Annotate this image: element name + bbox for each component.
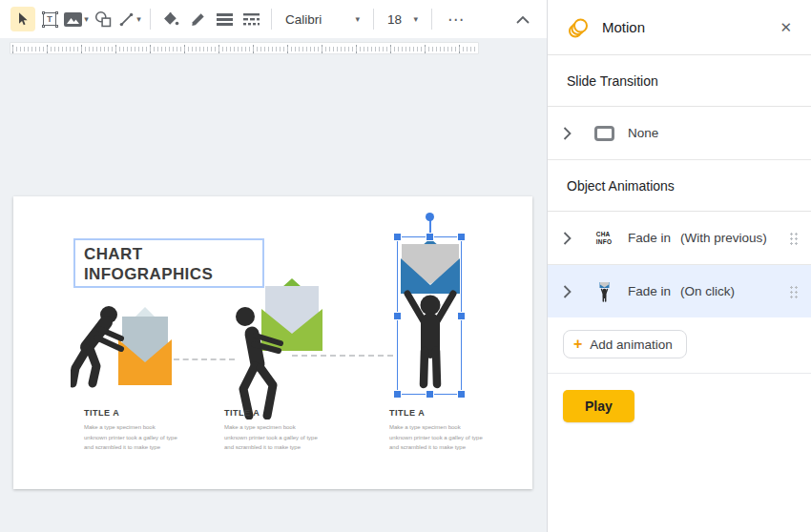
image-icon — [64, 12, 82, 27]
cursor-icon — [15, 11, 31, 27]
rotation-handle[interactable] — [426, 213, 434, 221]
border-color-button[interactable] — [185, 7, 210, 31]
horizontal-ruler[interactable] — [10, 42, 479, 54]
column-title: TITLE A — [389, 408, 513, 418]
insert-image-button[interactable]: ▾ — [64, 7, 89, 31]
dropdown-caret-icon: ▾ — [355, 14, 360, 24]
toolbar-separator — [271, 9, 272, 30]
toolbar-separator — [373, 9, 374, 30]
column-text-line: unknown printer took a galley of type — [84, 433, 208, 443]
column-text-line: Make a type specimen book — [84, 422, 208, 433]
chevron-right-icon[interactable] — [563, 127, 584, 140]
slides-editor: T ▾ ▾ Calibri ▾ — [0, 0, 547, 532]
border-dash-button[interactable] — [239, 7, 263, 31]
plus-icon: + — [573, 337, 582, 352]
animation-object-thumbnail — [592, 281, 616, 302]
close-icon[interactable]: ✕ — [780, 19, 792, 36]
resize-handle[interactable] — [394, 234, 401, 240]
column-text-line: and scrambled it to make type — [224, 442, 348, 453]
column-text-line: Make a type specimen book — [224, 422, 348, 433]
font-size-select[interactable]: 18 ▾ — [382, 7, 424, 31]
insert-shape-button[interactable] — [91, 7, 115, 31]
line-icon — [118, 11, 135, 28]
figure-pushing-envelope[interactable] — [71, 299, 199, 399]
animation-object-thumbnail: CHA INFO — [592, 231, 616, 244]
animation-trigger: (With previous) — [680, 231, 767, 245]
animation-row[interactable]: CHA INFO Fade in (With previous) — [548, 212, 811, 265]
font-family-select[interactable]: Calibri ▾ — [280, 7, 365, 31]
column-text-line: and scrambled it to make type — [84, 442, 208, 453]
dropdown-caret-icon[interactable]: ▾ — [84, 14, 89, 24]
column-title: TITLE A — [84, 408, 208, 418]
border-weight-icon — [217, 12, 233, 27]
resize-handle[interactable] — [458, 313, 465, 319]
textbox-icon: T — [43, 12, 56, 26]
add-animation-label: Add animation — [590, 338, 672, 352]
animation-trigger: (On click) — [680, 284, 735, 298]
figure-carrying-envelope[interactable] — [223, 276, 338, 419]
animation-effect: Fade in — [628, 284, 671, 298]
play-button[interactable]: Play — [563, 390, 634, 422]
chevron-right-icon[interactable] — [563, 285, 584, 298]
transition-value: None — [628, 126, 658, 140]
panel-divider — [548, 373, 811, 374]
border-weight-button[interactable] — [212, 7, 237, 31]
column-text-line: Make a type specimen book — [389, 422, 513, 433]
panel-title: Motion — [602, 19, 645, 35]
drag-handle-icon[interactable] — [789, 285, 798, 298]
resize-handle[interactable] — [426, 391, 433, 398]
rotation-stem — [429, 220, 431, 235]
toolbar-separator — [431, 9, 432, 30]
animation-effect: Fade in — [628, 231, 671, 245]
resize-handle[interactable] — [426, 234, 433, 240]
font-size-value: 18 — [387, 12, 402, 27]
column-text-line: unknown printer took a galley of type — [389, 433, 513, 443]
hide-menus-button[interactable] — [510, 7, 535, 31]
dropdown-caret-icon[interactable]: ▾ — [136, 14, 141, 24]
slide-transition-row[interactable]: None — [548, 107, 811, 160]
text-column[interactable]: TITLE A Make a type specimen book unknow… — [84, 408, 208, 453]
fill-color-button[interactable] — [158, 7, 183, 31]
object-animations-heading: Object Animations — [548, 160, 811, 212]
text-column[interactable]: TITLE A Make a type specimen book unknow… — [389, 408, 513, 453]
column-title: TITLE A — [224, 408, 348, 418]
slide-title-line: CHART — [84, 244, 262, 264]
resize-handle[interactable] — [458, 234, 465, 240]
slide-transition-icon — [592, 126, 616, 141]
border-dash-icon — [243, 12, 260, 27]
toolbar: T ▾ ▾ Calibri ▾ — [0, 0, 547, 38]
slide-transition-heading: Slide Transition — [548, 55, 811, 107]
text-column[interactable]: TITLE A Make a type specimen book unknow… — [224, 408, 348, 453]
drag-handle-icon[interactable] — [789, 232, 798, 245]
animation-row-selected[interactable]: Fade in (On click) — [548, 265, 811, 317]
column-text-line: unknown printer took a galley of type — [224, 433, 348, 443]
chevron-right-icon[interactable] — [563, 232, 584, 245]
shape-icon — [94, 10, 112, 28]
selection-box[interactable] — [397, 236, 462, 395]
more-options-button[interactable]: ⋯ — [440, 7, 472, 31]
motion-panel: Motion ✕ Slide Transition None Object An… — [547, 0, 811, 532]
textbox-tool-button[interactable]: T — [37, 7, 62, 31]
slide-canvas[interactable]: CHART INFOGRAPHICS — [13, 196, 532, 489]
add-animation-button[interactable]: + Add animation — [563, 330, 687, 358]
motion-icon — [567, 16, 590, 39]
chevron-up-icon — [516, 15, 530, 24]
font-family-value: Calibri — [285, 12, 322, 27]
pencil-icon — [190, 11, 206, 28]
select-tool-button[interactable] — [10, 7, 35, 31]
resize-handle[interactable] — [458, 391, 465, 398]
insert-line-button[interactable]: ▾ — [117, 7, 142, 31]
resize-handle[interactable] — [394, 313, 401, 319]
resize-handle[interactable] — [394, 391, 401, 398]
panel-header: Motion ✕ — [548, 0, 811, 55]
column-text-line: and scrambled it to make type — [389, 442, 513, 453]
toolbar-separator — [150, 9, 151, 30]
paint-bucket-icon — [162, 10, 179, 28]
dropdown-caret-icon: ▾ — [413, 14, 418, 24]
